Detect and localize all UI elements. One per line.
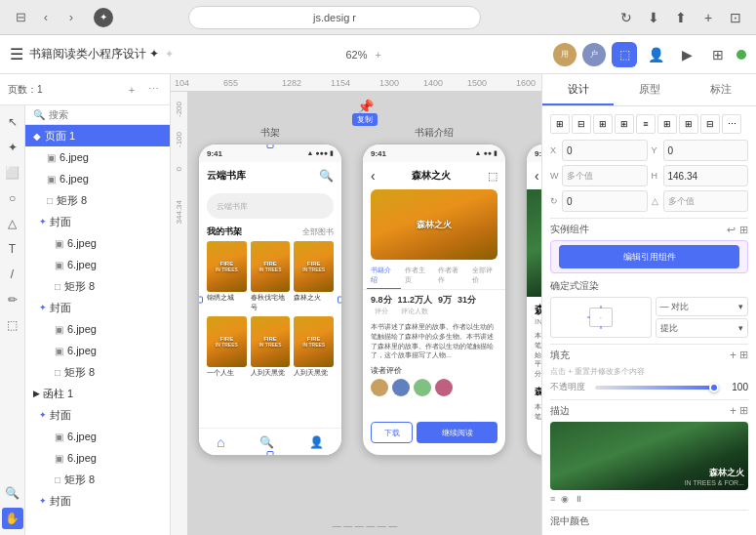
design-tools-icon[interactable]: ⬚ <box>612 42 637 67</box>
fullscreen-icon[interactable]: ⊡ <box>725 7 746 28</box>
share-btn-2[interactable]: ⬚ <box>488 170 497 183</box>
download-btn[interactable]: 下载 <box>371 422 413 443</box>
tree-item-cover-1[interactable]: ✦ 封面 <box>25 211 170 232</box>
tab-design[interactable]: 设计 <box>542 74 614 105</box>
tab-intro[interactable]: 书籍介绍 <box>367 263 401 289</box>
tab-author[interactable]: 作者主页 <box>401 263 435 289</box>
x-input[interactable]: 0 <box>562 140 648 161</box>
fill-grid-btn[interactable]: ⊞ <box>739 349 748 362</box>
move-tool[interactable]: ↖ <box>2 111 23 133</box>
canvas-main[interactable]: 📌 复制 书架 9:41 <box>188 92 541 535</box>
tree-item-6jpeg-1[interactable]: ▣ 6.jpeg <box>25 146 170 168</box>
address-bar[interactable]: js.desig r <box>188 6 481 29</box>
opacity-slider-thumb[interactable] <box>709 383 719 392</box>
h-input[interactable]: 146.34 <box>663 165 749 186</box>
tab-annotate[interactable]: 标注 <box>685 74 756 105</box>
tree-item-cover-3[interactable]: ✦ 封面 <box>25 404 170 426</box>
reload-icon[interactable]: ↻ <box>616 7 637 28</box>
tree-item-rect-3[interactable]: □ 矩形 8 <box>25 361 170 383</box>
menu-icon[interactable]: ☰ <box>10 45 23 63</box>
align-bottom-btn[interactable]: ⊞ <box>657 114 677 134</box>
hand-tool[interactable]: ✋ <box>2 508 23 529</box>
add-tab-icon[interactable]: + <box>697 7 719 28</box>
tree-item-6jpeg-3[interactable]: ▣ 6.jpeg <box>25 232 170 254</box>
distribute-h-btn[interactable]: ⊞ <box>679 114 698 134</box>
phone1-search[interactable]: 云端书库 <box>207 193 334 219</box>
tree-item-6jpeg-5[interactable]: ▣ 6.jpeg <box>25 318 170 340</box>
pinpoint-marker[interactable]: 📌 复制 <box>352 100 378 126</box>
search-bottom-icon-1[interactable]: 🔍 <box>259 435 274 449</box>
stroke-add-btn[interactable]: + <box>730 404 736 418</box>
avatar-1[interactable]: 用 <box>553 43 577 66</box>
image-tool[interactable]: ⬚ <box>2 314 23 336</box>
constraints-h-select[interactable]: — 对比 ▾ <box>656 297 749 316</box>
play-preview-icon[interactable]: ▶ <box>674 42 699 67</box>
people-icon[interactable]: 👤 <box>643 42 668 67</box>
tab-prototype[interactable]: 原型 <box>614 74 685 105</box>
ellipse-tool[interactable]: ○ <box>2 187 23 209</box>
tree-item-cover-4[interactable]: ✦ 封面 <box>25 490 170 512</box>
back-btn-2[interactable]: ‹ <box>371 168 376 184</box>
zoom-level[interactable]: 62% <box>345 49 367 61</box>
tree-item-6jpeg-6[interactable]: ▣ 6.jpeg <box>25 340 170 361</box>
back-btn-3[interactable]: ‹ <box>535 168 539 184</box>
tree-item-rect-2[interactable]: □ 矩形 8 <box>25 275 170 297</box>
sel-handle-tl[interactable] <box>198 144 203 148</box>
add-page-btn[interactable]: + <box>123 81 140 99</box>
search-btn-1[interactable]: 🔍 <box>319 169 334 183</box>
share-browser-icon[interactable]: ⬆ <box>670 7 692 28</box>
component-tool[interactable]: ✦ <box>2 137 23 158</box>
sel-handle-tr[interactable] <box>338 144 342 148</box>
phone3[interactable]: 9:41 ▲ ●● ▮ ‹ <box>526 144 541 456</box>
tree-item-6jpeg-2[interactable]: ▣ 6.jpeg <box>25 168 170 189</box>
tab-works[interactable]: 作者著作 <box>434 263 468 289</box>
home-icon-1[interactable]: ⌂ <box>217 434 224 450</box>
merge-btn[interactable]: ⋯ <box>722 114 741 134</box>
layer-search-input[interactable] <box>49 109 170 120</box>
tree-item-6jpeg-7[interactable]: ▣ 6.jpeg <box>25 426 170 447</box>
edit-component-btn[interactable]: 编辑引用组件 <box>559 245 739 268</box>
book-item-1[interactable]: FIREIN TREES 锦绣之城 <box>207 241 247 312</box>
tree-item-rect-1[interactable]: □ 矩形 8 <box>25 189 170 211</box>
instance-more-icon[interactable]: ⊞ <box>739 224 748 236</box>
profile-icon-1[interactable]: 👤 <box>309 435 324 449</box>
tree-item-page1[interactable]: ◆ 页面 1 <box>25 125 170 146</box>
tree-item-6jpeg-8[interactable]: ▣ 6.jpeg <box>25 447 170 469</box>
zoom-tool[interactable]: 🔍 <box>2 482 23 504</box>
back-btn[interactable]: ‹ <box>35 7 57 28</box>
align-left-btn[interactable]: ⊞ <box>550 114 570 134</box>
export-icon[interactable]: ⊞ <box>705 42 731 67</box>
triangle-tool[interactable]: △ <box>2 213 23 234</box>
text-tool[interactable]: T <box>2 238 23 260</box>
constraints-v-select[interactable]: 提比 ▾ <box>656 318 749 338</box>
rect-tool[interactable]: ⬜ <box>2 162 23 184</box>
book-item-3[interactable]: FIREIN TREES 森林之火 <box>294 241 334 312</box>
book-item-4[interactable]: FIREIN TREES 一个人生 <box>207 316 247 378</box>
avatar-2[interactable]: 户 <box>582 43 606 66</box>
align-right-btn[interactable]: ⊞ <box>593 114 613 134</box>
align-top-btn[interactable]: ⊞ <box>615 114 634 134</box>
rotation-input[interactable]: 0 <box>562 190 648 212</box>
tab-reviews[interactable]: 全部评价 <box>468 263 502 289</box>
tree-item-6jpeg-4[interactable]: ▣ 6.jpeg <box>25 254 170 275</box>
opacity-slider-track[interactable] <box>595 386 719 390</box>
phone1[interactable]: 9:41 ▲ ●●● ▮ 云端书库 <box>198 144 342 456</box>
stroke-grid-btn[interactable]: ⊞ <box>739 404 748 418</box>
align-middle-btn[interactable]: ≡ <box>636 114 656 134</box>
y-input[interactable]: 0 <box>663 140 749 161</box>
book-item-2[interactable]: FIREIN TREES 春秋伐宅地号 <box>251 241 291 312</box>
book-item-6[interactable]: FIREIN TREES 人到天黑觉 <box>294 316 334 378</box>
tree-item-cover-2[interactable]: ✦ 封面 <box>25 297 170 318</box>
distribute-v-btn[interactable]: ⊟ <box>700 114 720 134</box>
tree-item-rect-4[interactable]: □ 矩形 8 <box>25 469 170 490</box>
tree-item-group-1[interactable]: ▶ 函柱 1 <box>25 383 170 404</box>
sidebar-toggle-btn[interactable]: ⊟ <box>10 7 31 28</box>
project-title[interactable]: 书籍阅读类小程序设计 ✦ <box>29 46 159 62</box>
zoom-plus-icon[interactable]: + <box>375 49 380 61</box>
download-icon[interactable]: ⬇ <box>643 7 664 28</box>
fill-add-btn[interactable]: + <box>730 349 736 362</box>
book-item-5[interactable]: FIREIN TREES 人到天黑觉 <box>251 316 291 378</box>
phone2[interactable]: 9:41 ▲ ●● ▮ ‹ 森 <box>362 144 506 456</box>
w-input[interactable]: 多个值 <box>562 165 648 186</box>
align-center-btn[interactable]: ⊟ <box>572 114 591 134</box>
